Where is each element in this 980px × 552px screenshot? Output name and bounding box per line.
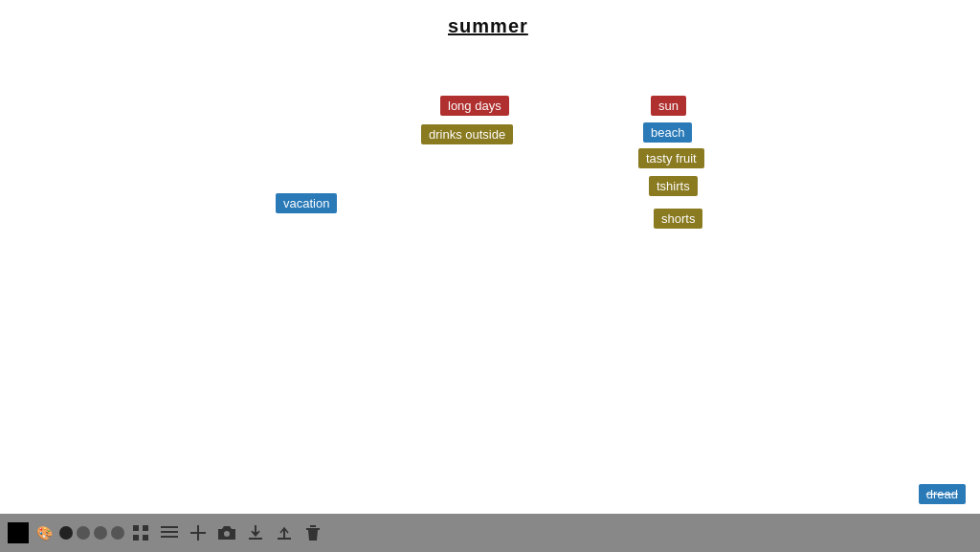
canvas: summer long daysdrinks outsidevacationsu… <box>0 0 980 507</box>
tag-vacation[interactable]: vacation <box>276 193 337 213</box>
toolbar-black-square[interactable] <box>8 522 29 543</box>
svg-rect-6 <box>161 536 178 538</box>
tag-drinks-outside[interactable]: drinks outside <box>421 124 513 144</box>
page-title[interactable]: summer <box>448 15 528 37</box>
svg-rect-8 <box>190 532 206 534</box>
delete-icon[interactable] <box>301 520 325 545</box>
tag-long-days[interactable]: long days <box>440 96 509 116</box>
svg-rect-14 <box>306 528 320 530</box>
color-circle-1[interactable] <box>59 526 73 540</box>
camera-icon[interactable] <box>214 520 239 545</box>
svg-rect-12 <box>283 529 285 539</box>
download-icon[interactable] <box>243 520 268 545</box>
color-circle-2[interactable] <box>77 526 90 540</box>
add-icon[interactable] <box>186 520 211 545</box>
grid-icon[interactable] <box>128 520 153 545</box>
color-circle-3[interactable] <box>94 526 107 540</box>
svg-rect-11 <box>255 525 256 535</box>
paint-icon[interactable]: 🎨 <box>33 521 56 544</box>
tag-tshirts[interactable]: tshirts <box>649 176 698 196</box>
svg-rect-4 <box>161 526 178 528</box>
svg-rect-5 <box>161 531 178 533</box>
tag-shorts[interactable]: shorts <box>654 209 702 229</box>
svg-rect-13 <box>278 538 291 540</box>
dread-tag[interactable]: dread <box>919 484 966 504</box>
tag-sun[interactable]: sun <box>651 96 686 116</box>
toolbar: 🎨 <box>0 514 980 552</box>
lines-icon[interactable] <box>157 520 182 545</box>
svg-rect-3 <box>143 535 148 541</box>
svg-rect-10 <box>249 538 262 540</box>
svg-point-9 <box>224 531 230 537</box>
tag-beach[interactable]: beach <box>643 122 692 143</box>
svg-rect-2 <box>133 535 139 541</box>
svg-rect-15 <box>310 525 316 527</box>
svg-rect-1 <box>143 525 148 531</box>
upload-icon[interactable] <box>272 520 297 545</box>
svg-rect-0 <box>133 525 139 531</box>
tag-tasty-fruit[interactable]: tasty fruit <box>638 148 704 168</box>
color-circle-4[interactable] <box>111 526 124 540</box>
